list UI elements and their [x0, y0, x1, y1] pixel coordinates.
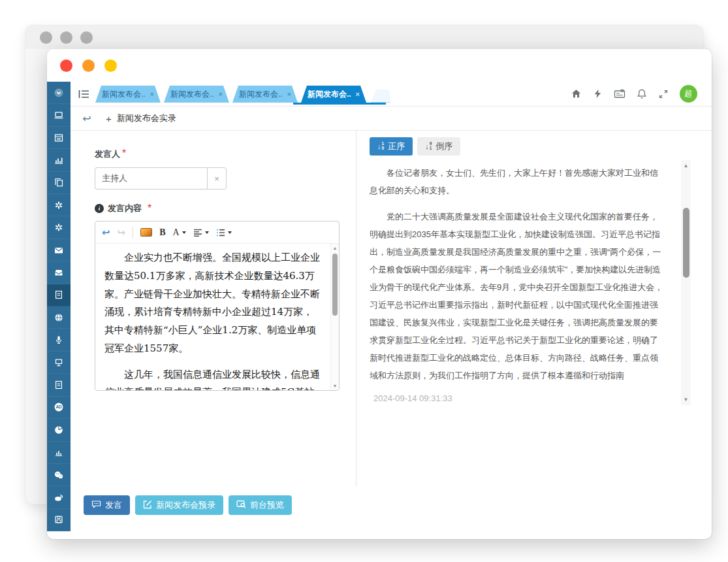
- workstation-icon: [54, 357, 64, 368]
- align-button[interactable]: [193, 229, 209, 237]
- chevron-down-icon: [182, 231, 186, 234]
- sort-numeric-desc-icon: ↓91: [425, 142, 432, 151]
- transcript-scrollbar[interactable]: ▲ ▼: [681, 160, 691, 405]
- tab-close-icon[interactable]: ×: [219, 90, 223, 98]
- sidebar-item-terminal[interactable]: [47, 352, 71, 374]
- prerecord-button[interactable]: 新闻发布会预录: [135, 495, 223, 515]
- main-area: 新闻发布会.. × 新闻发布会.. × 新闻发布会.. × 新闻发布会..: [71, 82, 712, 531]
- close-window-icon[interactable]: [60, 59, 72, 72]
- ad-icon: AD: [54, 402, 64, 412]
- stage: AD: [0, 0, 728, 562]
- sidebar-item-settings[interactable]: [47, 194, 71, 216]
- bell-icon[interactable]: [637, 88, 647, 99]
- clear-input-button[interactable]: ×: [207, 167, 227, 190]
- editor-paragraph: 这几年，我国信息通信业发展比较快，信息通信业高质量发展成效显著。我国累计建成5G…: [104, 366, 323, 391]
- tab-press-conference-active[interactable]: 新闻发布会.. ×: [301, 86, 366, 103]
- preview-button[interactable]: 前台预览: [229, 495, 292, 515]
- user-avatar[interactable]: 超: [680, 85, 697, 103]
- zoom-window-icon[interactable]: [104, 59, 117, 72]
- sort-asc-label: 正序: [388, 140, 405, 152]
- actions-bar: 发言 新闻发布会预录 前台预览: [71, 487, 712, 531]
- globe-icon: [54, 312, 64, 323]
- microphone-icon: [54, 335, 64, 345]
- sidebar-item-inbox[interactable]: [47, 261, 71, 284]
- chevron-down-icon: [228, 231, 232, 234]
- sidebar-item-weibo[interactable]: [47, 486, 71, 508]
- scrollbar-thumb[interactable]: [683, 208, 689, 278]
- scroll-down-icon[interactable]: ▼: [681, 397, 691, 403]
- tab-press-conference-1[interactable]: 新闻发布会.. ×: [95, 86, 161, 103]
- speaker-input-group: ×: [95, 167, 227, 190]
- scroll-down-icon[interactable]: ▼: [331, 384, 339, 388]
- sidebar-item-config[interactable]: [47, 216, 71, 239]
- app-window: AD: [47, 49, 712, 539]
- sidebar-item-wechat[interactable]: [47, 464, 71, 486]
- editor-toolbar: ↩ ↪ B A: [95, 222, 339, 244]
- edit-icon: [143, 500, 152, 511]
- speak-button[interactable]: 发言: [84, 495, 130, 515]
- sidebar-item-press-conference[interactable]: [47, 284, 71, 306]
- sort-descending-button[interactable]: ↓91 倒序: [417, 137, 460, 156]
- sidebar-item-copy[interactable]: [47, 172, 71, 194]
- sidebar-item-analytics-pie[interactable]: [47, 419, 71, 441]
- sidebar-item-articles[interactable]: [47, 374, 71, 396]
- copy-icon: [54, 177, 64, 188]
- editor-scrollbar[interactable]: ▲ ▼: [330, 244, 339, 390]
- font-color-button[interactable]: A: [173, 227, 186, 238]
- sidebar-item-analytics-bars[interactable]: [47, 442, 71, 464]
- transcript-scroll-area[interactable]: 各位记者朋友，女士们、先生们，大家上午好！首先感谢大家对工业和信息化部的关心和支…: [370, 164, 699, 407]
- editor-content[interactable]: 企业实力也不断增强。全国规模以上工业企业数量达50.1万多家，高新技术企业数量达…: [95, 244, 330, 390]
- scroll-up-icon[interactable]: ▲: [681, 163, 691, 169]
- tab-press-conference-3[interactable]: 新闻发布会.. ×: [232, 86, 298, 103]
- speak-button-label: 发言: [105, 499, 122, 511]
- sidebar-item-dashboard[interactable]: [47, 104, 71, 126]
- back-arrow-icon[interactable]: ↩: [78, 112, 95, 125]
- window-dot-icon: [40, 31, 52, 44]
- sidebar-item-audio[interactable]: [47, 329, 71, 351]
- bolt-icon[interactable]: [593, 88, 603, 99]
- header-icons: 超: [571, 82, 712, 106]
- content-label-text: 发言内容: [108, 203, 142, 214]
- list-button[interactable]: [216, 229, 232, 237]
- speaker-input[interactable]: [95, 167, 207, 190]
- collapse-chevron-icon: [54, 88, 64, 98]
- minimize-window-icon[interactable]: [82, 59, 95, 72]
- tab-close-icon[interactable]: ×: [287, 90, 291, 98]
- background-window-titlebar: [25, 25, 703, 49]
- sidebar-item-mail[interactable]: [47, 239, 71, 261]
- transcript-paragraph: 党的二十大强调高质量发展是全面建设社会主义现代化国家的首要任务，明确提出到203…: [370, 208, 665, 384]
- sort-controls: ↓19 正序 ↓91 倒序: [370, 137, 699, 156]
- sidebar-nav: AD: [47, 82, 71, 531]
- bold-button[interactable]: B: [159, 227, 165, 238]
- sidebar-item-save[interactable]: [47, 509, 71, 531]
- svg-text:AD: AD: [55, 405, 62, 410]
- sidebar-item-globe[interactable]: [47, 306, 71, 329]
- scrollbar-thumb[interactable]: [332, 254, 338, 316]
- tab-label: 新闻发布会..: [239, 89, 283, 100]
- tab-close-icon[interactable]: ×: [150, 90, 154, 98]
- sidebar-item-statistics[interactable]: [47, 149, 71, 171]
- plus-icon: +: [106, 113, 112, 124]
- document-icon: [54, 380, 64, 390]
- window-titlebar: [47, 49, 712, 82]
- news-card-icon[interactable]: [614, 88, 625, 99]
- active-tab-underline: [293, 103, 386, 105]
- toolbar-divider: [133, 227, 133, 239]
- expand-icon[interactable]: [658, 89, 669, 99]
- tab-press-conference-2[interactable]: 新闻发布会.. ×: [164, 86, 229, 103]
- laptop-icon: [54, 110, 64, 120]
- sort-ascending-button[interactable]: ↓19 正序: [370, 137, 413, 156]
- insert-image-icon[interactable]: [140, 228, 152, 237]
- sidebar-item-news[interactable]: [47, 127, 71, 149]
- menu-toggle-icon[interactable]: [76, 82, 93, 106]
- sidebar-item-collapse[interactable]: [47, 82, 71, 104]
- home-icon[interactable]: [571, 88, 582, 99]
- tab-close-icon[interactable]: ×: [356, 90, 360, 98]
- editor-paragraph: 企业实力也不断增强。全国规模以上工业企业数量达50.1万多家，高新技术企业数量达…: [104, 249, 323, 358]
- sidebar-item-ads[interactable]: AD: [47, 397, 71, 419]
- redo-icon[interactable]: ↪: [118, 227, 126, 239]
- undo-icon[interactable]: ↩: [102, 227, 110, 239]
- document-icon: [54, 289, 64, 300]
- scroll-up-icon[interactable]: ▲: [331, 246, 339, 250]
- font-letter: A: [173, 227, 180, 238]
